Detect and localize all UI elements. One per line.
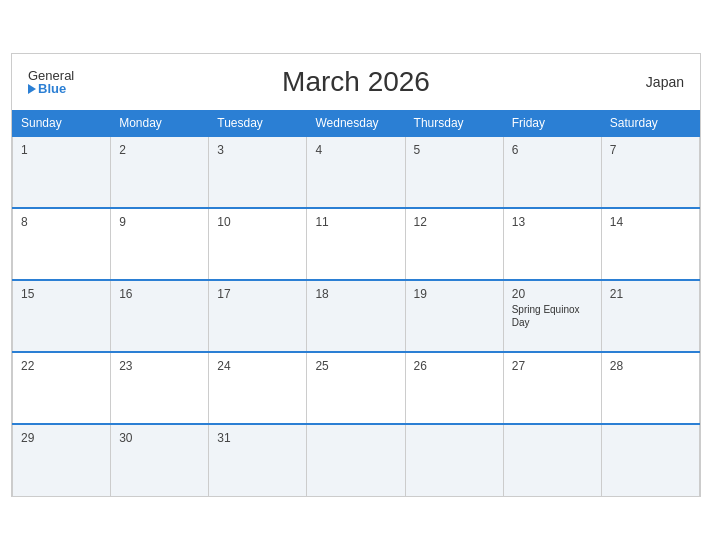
calendar-cell: 29: [13, 424, 111, 496]
weekday-header-tuesday: Tuesday: [209, 111, 307, 137]
calendar-title: March 2026: [282, 66, 430, 98]
calendar-cell: 17: [209, 280, 307, 352]
calendar-cell: 3: [209, 136, 307, 208]
day-number: 8: [21, 215, 102, 229]
day-number: 29: [21, 431, 102, 445]
logo-blue-text: Blue: [28, 82, 74, 95]
calendar-header: General Blue March 2026 Japan: [12, 54, 700, 110]
calendar-cell: 7: [601, 136, 699, 208]
calendar-cell: 18: [307, 280, 405, 352]
day-number: 17: [217, 287, 298, 301]
day-number: 6: [512, 143, 593, 157]
calendar-cell: 6: [503, 136, 601, 208]
day-number: 31: [217, 431, 298, 445]
calendar-cell: [405, 424, 503, 496]
calendar-cell: [307, 424, 405, 496]
day-number: 18: [315, 287, 396, 301]
day-number: 11: [315, 215, 396, 229]
day-number: 21: [610, 287, 691, 301]
day-number: 3: [217, 143, 298, 157]
calendar-cell: 27: [503, 352, 601, 424]
day-number: 27: [512, 359, 593, 373]
calendar-cell: 24: [209, 352, 307, 424]
week-row-2: 891011121314: [13, 208, 700, 280]
calendar-cell: 25: [307, 352, 405, 424]
calendar-container: General Blue March 2026 Japan SundayMond…: [11, 53, 701, 497]
weekday-header-wednesday: Wednesday: [307, 111, 405, 137]
day-number: 7: [610, 143, 691, 157]
calendar-cell: 11: [307, 208, 405, 280]
calendar-cell: 13: [503, 208, 601, 280]
calendar-cell: 26: [405, 352, 503, 424]
day-number: 4: [315, 143, 396, 157]
day-number: 20: [512, 287, 593, 301]
calendar-cell: 28: [601, 352, 699, 424]
calendar-cell: 12: [405, 208, 503, 280]
week-row-4: 22232425262728: [13, 352, 700, 424]
day-number: 23: [119, 359, 200, 373]
day-number: 15: [21, 287, 102, 301]
event-text: Spring Equinox Day: [512, 303, 593, 329]
weekday-header-sunday: Sunday: [13, 111, 111, 137]
day-number: 19: [414, 287, 495, 301]
week-row-5: 293031: [13, 424, 700, 496]
day-number: 26: [414, 359, 495, 373]
calendar-cell: 19: [405, 280, 503, 352]
day-number: 5: [414, 143, 495, 157]
weekday-header-monday: Monday: [111, 111, 209, 137]
calendar-cell: 15: [13, 280, 111, 352]
calendar-cell: [601, 424, 699, 496]
calendar-cell: 5: [405, 136, 503, 208]
day-number: 2: [119, 143, 200, 157]
week-row-3: 151617181920Spring Equinox Day21: [13, 280, 700, 352]
calendar-table: SundayMondayTuesdayWednesdayThursdayFrid…: [12, 110, 700, 496]
calendar-cell: [503, 424, 601, 496]
calendar-cell: 4: [307, 136, 405, 208]
day-number: 13: [512, 215, 593, 229]
calendar-cell: 1: [13, 136, 111, 208]
day-number: 1: [21, 143, 102, 157]
day-number: 10: [217, 215, 298, 229]
day-number: 9: [119, 215, 200, 229]
calendar-cell: 21: [601, 280, 699, 352]
weekday-header-saturday: Saturday: [601, 111, 699, 137]
calendar-cell: 20Spring Equinox Day: [503, 280, 601, 352]
weekday-header-row: SundayMondayTuesdayWednesdayThursdayFrid…: [13, 111, 700, 137]
day-number: 14: [610, 215, 691, 229]
weekday-header-friday: Friday: [503, 111, 601, 137]
day-number: 22: [21, 359, 102, 373]
calendar-cell: 31: [209, 424, 307, 496]
calendar-cell: 30: [111, 424, 209, 496]
day-number: 16: [119, 287, 200, 301]
calendar-cell: 23: [111, 352, 209, 424]
day-number: 24: [217, 359, 298, 373]
day-number: 25: [315, 359, 396, 373]
logo-triangle-icon: [28, 84, 36, 94]
day-number: 28: [610, 359, 691, 373]
weekday-header-thursday: Thursday: [405, 111, 503, 137]
calendar-cell: 8: [13, 208, 111, 280]
logo: General Blue: [28, 69, 74, 95]
calendar-cell: 10: [209, 208, 307, 280]
calendar-cell: 16: [111, 280, 209, 352]
day-number: 30: [119, 431, 200, 445]
country-label: Japan: [646, 74, 684, 90]
calendar-cell: 9: [111, 208, 209, 280]
calendar-cell: 14: [601, 208, 699, 280]
calendar-cell: 2: [111, 136, 209, 208]
week-row-1: 1234567: [13, 136, 700, 208]
calendar-cell: 22: [13, 352, 111, 424]
day-number: 12: [414, 215, 495, 229]
